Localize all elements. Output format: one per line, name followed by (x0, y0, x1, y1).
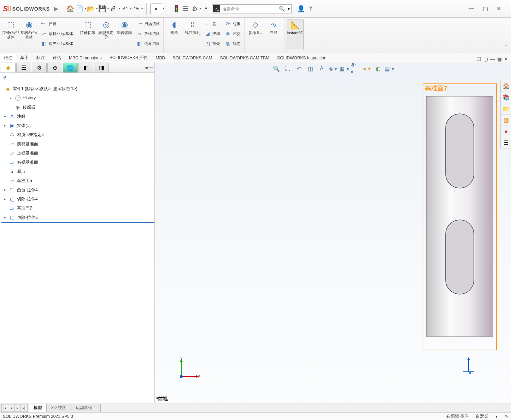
expand-icon[interactable]: ▸ (10, 96, 14, 100)
dimxpert-manager-tab[interactable]: ⊕ (47, 63, 62, 72)
chevron-down-icon[interactable]: ▾ (286, 6, 291, 11)
funnel-icon[interactable]: ⧩ (2, 75, 7, 81)
tab-mbd[interactable]: MBD (152, 53, 169, 62)
tab-sketch[interactable]: 草图 (16, 53, 33, 62)
taskpane-home-icon[interactable]: 🏠 (501, 81, 511, 92)
linear-pattern-button[interactable]: ⁞⁞线性阵列 (184, 19, 201, 50)
ref-geometry-button[interactable]: ◇参考几.. (247, 19, 264, 50)
tab-dimxpert[interactable]: 标注 (33, 53, 49, 62)
minimize-button[interactable]: — (469, 5, 474, 12)
sweep-cut-button[interactable]: 〰扫描切除 (134, 19, 161, 28)
shell-button[interactable]: ◰抽壳 (202, 39, 222, 48)
status-units-icon[interactable]: ▾ (495, 414, 498, 419)
child-max-icon[interactable]: ▢ (483, 56, 488, 62)
help-icon[interactable]: ？ (306, 4, 315, 13)
undo-button[interactable]: ↶▾ (120, 4, 131, 13)
configuration-manager-tab[interactable]: ⚙ (32, 63, 47, 72)
selected-plane-overlay[interactable]: 基准面7 (423, 83, 497, 350)
graphics-viewport[interactable]: 🔍 ⛶ ↶ ◫ A ◈ ▾ ▦ ▾ 👁 ▾ ● ▾ ◐ ▤ ▾ 基准面7 (155, 62, 511, 403)
boundary-cut-button[interactable]: ◧边界切除 (134, 39, 161, 48)
child-close-icon[interactable]: ✕ (504, 56, 508, 62)
appearance-icon[interactable]: ● ▾ (362, 64, 372, 73)
ribbon-collapse-chevron[interactable]: ⌃ (504, 44, 508, 50)
hide-show-icon[interactable]: 👁 ▾ (351, 64, 360, 73)
traffic-light-icon[interactable]: 🚦 (172, 4, 181, 13)
child-min-icon[interactable]: — (490, 56, 495, 62)
tree-node-2[interactable]: ▸ A 注解 (1, 112, 154, 121)
tree-node-1[interactable]: ◉ 传感器 (1, 103, 154, 112)
tab-cam-tbm[interactable]: SOLIDWORKS CAM TBM (216, 53, 273, 62)
extrude-cut-button[interactable]: ⬚拉伸切除 (79, 19, 96, 50)
rollback-bar[interactable] (1, 222, 154, 223)
child-restore-icon[interactable]: ❐ (477, 56, 481, 62)
new-file-button[interactable]: 📄▾ (75, 4, 86, 13)
feature-manager-tab[interactable]: ◆ (1, 63, 16, 72)
tree-node-8[interactable]: ↳ 原点 (1, 167, 154, 176)
bottom-tab-scroll[interactable]: |◂◂▸▸| (1, 404, 28, 412)
open-file-button[interactable]: 📂▾ (86, 4, 98, 13)
taskpane-design-library-icon[interactable]: 📁 (501, 103, 511, 115)
tree-node-5[interactable]: ▱ 前视基准面 (1, 139, 154, 148)
tab-3dview[interactable]: 3D 视图 (47, 404, 71, 412)
taskpane-view-palette-icon[interactable]: ▦ (501, 115, 511, 126)
taskpane-appearances-icon[interactable]: ● (501, 126, 511, 137)
display-manager-tab[interactable]: 🌐 (63, 63, 78, 72)
bullet-icon[interactable]: • (201, 4, 211, 13)
hole-wizard-button[interactable]: ◎异型孔向导 (98, 19, 114, 50)
tab-inspection[interactable]: SOLIDWORKS Inspection (273, 53, 330, 62)
sweep-button[interactable]: 〰扫描 (39, 19, 75, 28)
home-button[interactable]: 🏠 (66, 4, 75, 13)
expand-icon[interactable]: ▸ (4, 115, 8, 118)
cam-ops-tab[interactable]: ◨ (94, 63, 109, 72)
child-tile-icon[interactable]: ▣ (497, 56, 502, 62)
property-manager-tab[interactable]: ☰ (16, 63, 31, 72)
scene-icon[interactable]: ◐ (373, 64, 383, 73)
tree-node-13[interactable]: ▸ ▢ 切除-拉伸5 (1, 213, 154, 222)
status-custom[interactable]: 自定义 (476, 413, 488, 419)
tab-motion-study[interactable]: 运动算例 1 (71, 404, 101, 412)
expand-icon[interactable]: ▸ (4, 197, 8, 201)
tab-mbd-dim[interactable]: MBD Dimensions (65, 53, 106, 62)
tree-node-12[interactable]: ▱ 基准面7 (1, 204, 154, 213)
mirror-button[interactable]: ⧎镜向 (223, 39, 242, 48)
play-icon[interactable]: ▶ (54, 5, 58, 12)
draft-button[interactable]: ◢拔模 (202, 29, 222, 38)
tab-addins[interactable]: SOLIDWORKS 插件 (106, 53, 152, 62)
redo-button[interactable]: ↷▾ (131, 4, 143, 13)
print-button[interactable]: 🖨▾ (109, 4, 120, 13)
taskpane-resources-icon[interactable]: 📚 (501, 92, 511, 103)
loft-button[interactable]: ▱放样凸台/基体 (39, 29, 75, 38)
expand-icon[interactable]: ▸ (4, 124, 8, 127)
revolve-boss-button[interactable]: ◉旋转凸台/基体 (20, 19, 37, 50)
view-orientation-icon[interactable]: ◈ ▾ (328, 64, 338, 73)
save-button[interactable]: 💾▾ (98, 4, 109, 13)
tree-root[interactable]: ◆ 零件1 (默认<<默认>_显示状态 1>) (1, 84, 154, 93)
options-icon[interactable]: ☰ (181, 4, 190, 13)
manager-tab-scroll[interactable]: ◂▸— (145, 65, 154, 70)
select-tool[interactable]: ➤▾ (150, 4, 164, 14)
status-gear-icon[interactable]: ✎ (505, 414, 508, 419)
revolve-cut-button[interactable]: ◉旋转切除 (116, 19, 133, 50)
tab-evaluate[interactable]: 评估 (49, 53, 65, 62)
intersect-button[interactable]: ⊗相交 (223, 29, 242, 38)
user-icon[interactable]: 👤 (296, 4, 306, 13)
tree-node-10[interactable]: ▸ ⬚ 凸台-拉伸4 (1, 185, 154, 194)
zoom-area-icon[interactable]: ⛶ (283, 64, 293, 73)
section-view-icon[interactable]: ◫ (305, 64, 315, 73)
curves-button[interactable]: ∿曲线 (265, 19, 282, 50)
tree-node-3[interactable]: ▸ ▣ 实体(1) (1, 121, 154, 130)
tree-node-7[interactable]: ▱ 右视基准面 (1, 158, 154, 167)
instant3d-button[interactable]: 📐Instant3D (287, 19, 304, 50)
prev-view-icon[interactable]: ↶ (294, 64, 304, 73)
maximize-button[interactable]: ▢ (483, 5, 488, 12)
tree-node-9[interactable]: ▱ 基准面5 (1, 176, 154, 185)
zoom-fit-icon[interactable]: 🔍 (271, 64, 281, 73)
tab-features[interactable]: 特征 (0, 54, 16, 62)
rib-button[interactable]: ⟋筋 (202, 19, 222, 28)
command-search[interactable]: >_ 🔍 ▾ (212, 4, 292, 13)
close-button[interactable]: ✕ (497, 5, 501, 12)
extrude-boss-button[interactable]: ⬚拉伸凸台/基体 (2, 19, 19, 50)
tab-model[interactable]: 模型 (29, 404, 47, 412)
dynamic-annotation-icon[interactable]: A (317, 64, 327, 73)
fillet-button[interactable]: ◖圆角 (166, 19, 183, 50)
